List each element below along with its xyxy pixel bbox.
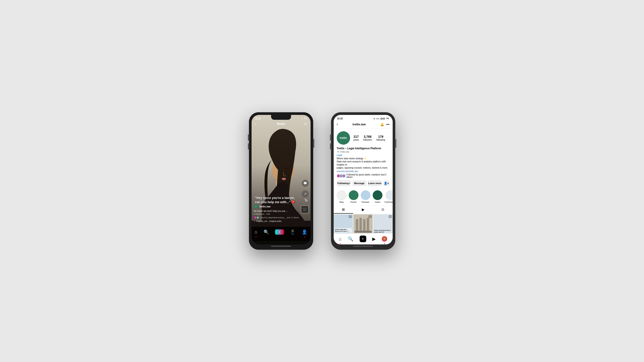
ig-nav-search[interactable]: 🔍 bbox=[348, 236, 354, 242]
profile-icon: 👤 bbox=[302, 229, 307, 235]
follow-avatars bbox=[337, 174, 346, 178]
reels-icon: ▶ bbox=[372, 237, 376, 242]
ig-battery-text: 7% bbox=[386, 117, 389, 120]
tagged-tab[interactable]: ⊙ bbox=[373, 206, 393, 214]
liked-avatar-2 bbox=[256, 216, 259, 219]
ig-nav-add[interactable]: + bbox=[360, 236, 366, 242]
camera-button[interactable]: ⊙ bbox=[304, 122, 307, 126]
ig-nav-home[interactable]: ⌂ bbox=[339, 236, 342, 242]
reviews-highlight-circle bbox=[361, 190, 370, 200]
ig-highlights-row: Blog Events Reviews Cases bbox=[334, 190, 393, 203]
battery-text: 7% bbox=[304, 117, 307, 120]
ig-following-stat[interactable]: 179 following bbox=[376, 135, 385, 141]
tiktok-nav-profile[interactable]: 👤 bbox=[302, 229, 307, 235]
learn-more-label: Learn more bbox=[368, 182, 382, 184]
ig-content: 12:12 ▲ ▲▲ ((●)) 7% ‹ trellis.law 🔔 ••• bbox=[334, 115, 393, 244]
tiktok-audio[interactable]: ♫ meghan_cov · Original audio bbox=[254, 220, 300, 222]
ig-followers-stat[interactable]: 3,768 followers bbox=[363, 135, 372, 141]
followers-label: followers bbox=[363, 139, 372, 141]
notification-bell-icon[interactable]: 🔔 bbox=[380, 123, 384, 126]
add-person-button[interactable]: 👤+ bbox=[383, 180, 390, 186]
highlight-faq[interactable]: FAQ/Support bbox=[385, 190, 393, 203]
reels-icon: ▶ bbox=[362, 208, 364, 212]
tiktok-quote-text: "Hey since you're a lawyer, can you help… bbox=[255, 196, 297, 204]
ig-nav-reels[interactable]: ▶ bbox=[372, 236, 376, 242]
bio-line2: State trial court research & analytics p… bbox=[337, 160, 386, 166]
ig-posts-stat[interactable]: 217 posts bbox=[354, 135, 359, 141]
faq-label: FAQ/Support bbox=[385, 201, 393, 203]
highlight-cases[interactable]: Cases bbox=[373, 190, 382, 203]
svg-rect-6 bbox=[356, 219, 358, 231]
tiktok-nav-search[interactable]: 🔍 bbox=[264, 229, 269, 235]
tiktok-status-icons: ▲ 7% bbox=[301, 117, 307, 120]
ig-nav-profile[interactable]: T bbox=[382, 236, 387, 242]
learn-more-button[interactable]: Learn more bbox=[368, 180, 382, 186]
grid-item-3-icon: ⊙ bbox=[389, 215, 392, 218]
grid-tab[interactable]: ⊞ bbox=[334, 206, 354, 214]
following-label: following bbox=[376, 139, 385, 141]
grid-item-1-icon: ❐ bbox=[349, 215, 352, 218]
tagged-icon: ⊙ bbox=[381, 208, 384, 212]
following-button[interactable]: Following ▾ bbox=[337, 180, 351, 186]
grid-item-3[interactable]: ⊙ Things You'll Never Hear A Lawyer Say … bbox=[373, 214, 392, 234]
ig-bottom-nav: ⌂ 🔍 + ▶ T bbox=[334, 233, 393, 244]
highlight-reviews[interactable]: Reviews bbox=[361, 190, 370, 203]
tiktok-comment-button[interactable]: 💬 bbox=[302, 180, 309, 187]
message-label: Message bbox=[354, 182, 364, 184]
tiktok-screen: 12:12 ▲ 7% ‹ Reels ⊙ bbox=[252, 115, 310, 244]
highlight-blog[interactable]: Blog bbox=[337, 190, 346, 203]
message-button[interactable]: Message bbox=[352, 180, 366, 186]
search-icon: 🔍 bbox=[348, 237, 354, 242]
ig-content-tabs: ⊞ ▶ ⊙ bbox=[334, 206, 393, 214]
volume-button-2 bbox=[248, 143, 249, 150]
ig-scroll-area[interactable]: 12:12 ▲ ▲▲ ((●)) 7% ‹ trellis.law 🔔 ••• bbox=[334, 115, 393, 244]
ig-volume-button-2 bbox=[330, 143, 331, 150]
svg-point-4 bbox=[284, 168, 288, 170]
ig-back-button[interactable]: ‹ bbox=[337, 122, 338, 127]
tiktok-nav-add[interactable]: + bbox=[276, 229, 284, 235]
add-button[interactable]: + bbox=[276, 229, 284, 235]
more-options-icon[interactable]: ••• bbox=[386, 123, 390, 126]
tiktok-user-avatar: T bbox=[254, 204, 258, 209]
grid-item-2-icon: ❐ bbox=[368, 215, 372, 218]
svg-rect-8 bbox=[363, 219, 365, 231]
ig-profile-section: trellis 217 posts 3,768 followers bbox=[334, 129, 393, 190]
tiktok-back-button[interactable]: ‹ bbox=[255, 122, 256, 126]
liked-by-text: Liked by alejandramontoya__ and 72 other… bbox=[260, 216, 299, 219]
music-note-icon: ♫ bbox=[254, 220, 255, 222]
tiktok-nav-inbox[interactable]: 📱 bbox=[290, 229, 296, 235]
tiktok-bottom-info: T trellis.law No Karen we won't help you… bbox=[254, 204, 300, 222]
grid-item-2[interactable]: ❐ bbox=[354, 214, 373, 234]
ig-profile-avatar: trellis bbox=[337, 131, 350, 144]
svg-rect-10 bbox=[354, 231, 371, 233]
instagram-screen: 12:12 ▲ ▲▲ ((●)) 7% ‹ trellis.law 🔔 ••• bbox=[334, 115, 393, 244]
ig-category[interactable]: Legal bbox=[337, 154, 390, 156]
reels-tab[interactable]: ▶ bbox=[353, 206, 373, 214]
home-icon: ⌂ bbox=[255, 229, 257, 234]
tiktok-responses[interactable]: 3 responses · Vote bbox=[254, 213, 300, 215]
record-icon: ⬛ bbox=[303, 208, 306, 211]
ig-profile-top: trellis 217 posts 3,768 followers bbox=[337, 131, 390, 144]
followers-count: 3,768 bbox=[364, 135, 372, 138]
audio-text: meghan_cov · Original audio bbox=[256, 220, 282, 222]
wifi-icon: ▲ bbox=[301, 117, 303, 120]
tiktok-username[interactable]: trellis.law bbox=[260, 205, 271, 208]
link-icon: ⊙ bbox=[337, 150, 340, 153]
events-highlight-circle bbox=[349, 190, 358, 200]
tiktok-share-button[interactable]: ↗ 2 bbox=[302, 190, 309, 200]
events-label: Events bbox=[350, 201, 357, 203]
ig-bio-link[interactable]: oneclick.bio/trellis.law bbox=[337, 170, 390, 172]
tiktok-nav-home[interactable]: ⌂ bbox=[255, 229, 257, 234]
add-content-button[interactable]: + bbox=[360, 236, 366, 242]
grid-item-3-text: Things You'll Never Hear A Lawyer Say Pt… bbox=[373, 229, 392, 234]
follow-avatar-3 bbox=[342, 174, 346, 178]
highlight-events[interactable]: Events bbox=[349, 190, 358, 203]
ig-profile-name: Trellis – Legal Intelligence Platform bbox=[337, 147, 390, 150]
ig-status-bar: 12:12 ▲ ▲▲ ((●)) 7% bbox=[334, 115, 393, 121]
tiktok-phone: 12:12 ▲ 7% ‹ Reels ⊙ bbox=[249, 112, 313, 250]
record-button[interactable]: ⬛ bbox=[301, 206, 309, 214]
blog-highlight-circle bbox=[337, 190, 346, 200]
posts-count: 217 bbox=[354, 135, 359, 138]
grid-item-1[interactable]: ❐ Inside Judge Bios: Beyond the Cases 📋 bbox=[334, 214, 353, 234]
chevron-down-icon: ▾ bbox=[349, 182, 350, 184]
